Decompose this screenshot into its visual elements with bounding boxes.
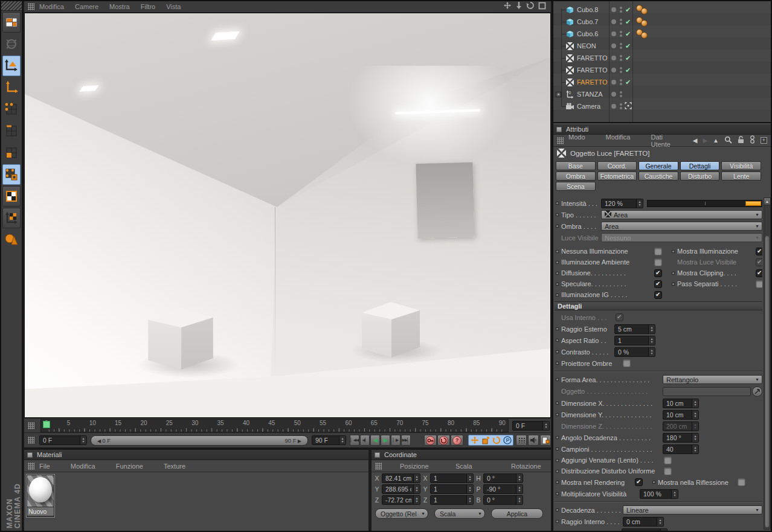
- history-forward-icon[interactable]: ▶: [703, 137, 707, 144]
- object-row[interactable]: Cubo.6: [553, 28, 772, 40]
- track-box[interactable]: [556, 327, 559, 330]
- timeline-playhead[interactable]: [43, 421, 50, 428]
- camera-target-icon[interactable]: [625, 101, 632, 112]
- mostra-riflessione-checkbox[interactable]: [738, 478, 745, 486]
- layer-dot[interactable]: [611, 80, 616, 85]
- track-box[interactable]: [556, 261, 559, 264]
- rotate-icon[interactable]: [526, 1, 535, 12]
- visibility-dots[interactable]: [620, 103, 622, 109]
- key-position-icon[interactable]: [469, 435, 480, 445]
- diffusione-checkbox[interactable]: [654, 269, 662, 277]
- search-icon[interactable]: [724, 135, 732, 146]
- track-box[interactable]: [556, 492, 559, 495]
- raggio-esterno-field[interactable]: 5 cm: [614, 324, 655, 334]
- position-z-field[interactable]: -72.72 cm: [382, 495, 420, 505]
- tab-visibilita[interactable]: Visibilità: [721, 161, 761, 170]
- end-frame-field[interactable]: 90 F: [312, 435, 346, 445]
- tab-dettagli[interactable]: Dettagli: [680, 161, 720, 170]
- position-y-field[interactable]: 288.695 cm: [382, 484, 420, 494]
- point-level-animation-icon[interactable]: [516, 435, 527, 446]
- tab-scena[interactable]: Scena: [556, 182, 596, 191]
- tab-fotometrica[interactable]: Fotometrica: [597, 171, 637, 181]
- track-box[interactable]: [672, 283, 675, 286]
- track-box[interactable]: [556, 520, 559, 523]
- tab-ombra[interactable]: Ombra: [556, 171, 596, 181]
- layer-dot[interactable]: [611, 56, 616, 60]
- expand-icon[interactable]: [556, 92, 561, 97]
- tab-generale[interactable]: Generale: [639, 161, 678, 170]
- viewport-menu-item[interactable]: Modifica: [39, 3, 64, 10]
- position-x-field[interactable]: 82.41 cm: [382, 473, 420, 483]
- viewport-menu-item[interactable]: Camere: [75, 3, 98, 10]
- layout-grid-icon[interactable]: [2, 12, 21, 33]
- layer-dot[interactable]: [611, 43, 616, 48]
- aggiungi-venature-checkbox[interactable]: [664, 457, 672, 464]
- contrasto-field[interactable]: 0 %: [614, 347, 655, 357]
- spinner-arrows-icon[interactable]: [657, 518, 663, 526]
- drag-grip-icon[interactable]: [375, 463, 382, 470]
- 3d-viewport[interactable]: [24, 13, 551, 418]
- rotation-b-field[interactable]: 0 °: [483, 495, 523, 505]
- intensity-field[interactable]: 120 %: [601, 199, 643, 208]
- track-box[interactable]: [556, 225, 559, 228]
- rotation-p-field[interactable]: -90 °: [483, 484, 523, 494]
- spinner-arrows-icon[interactable]: [516, 485, 523, 493]
- aspect-ratio-field[interactable]: 1: [614, 336, 655, 345]
- spinner-arrows-icon[interactable]: [542, 421, 549, 430]
- zoom-icon[interactable]: [515, 1, 523, 12]
- spinner-arrows-icon[interactable]: [648, 348, 655, 356]
- distribuzione-disturbo-checkbox[interactable]: [664, 467, 672, 475]
- track-box[interactable]: [556, 283, 559, 286]
- spinner-arrows-icon[interactable]: [516, 474, 523, 482]
- spinner-arrows-icon[interactable]: [660, 529, 667, 531]
- autokey-button[interactable]: [437, 435, 450, 446]
- illuminazione-ig-checkbox[interactable]: [654, 291, 662, 299]
- mostra-illuminazione-checkbox[interactable]: [756, 248, 762, 255]
- moltiplicatore-visibilita-field[interactable]: 100 %: [640, 489, 678, 499]
- link-circles-icon[interactable]: [750, 135, 755, 146]
- spinner-arrows-icon[interactable]: [466, 496, 473, 504]
- materials-menu-item[interactable]: File: [39, 463, 50, 470]
- intensity-slider[interactable]: [647, 200, 762, 207]
- decadenza-dropdown[interactable]: Lineare: [623, 505, 762, 514]
- drag-grip-icon[interactable]: [28, 463, 34, 470]
- campioni-field[interactable]: 40: [663, 444, 699, 454]
- spinner-arrows-icon[interactable]: [413, 474, 420, 482]
- layer-dot[interactable]: [611, 68, 616, 72]
- spinner-arrows-icon[interactable]: [692, 445, 698, 453]
- attributes-menu-item[interactable]: Dati Utente: [651, 133, 683, 148]
- nessuna-illuminazione-checkbox[interactable]: [654, 248, 662, 255]
- visibility-dots[interactable]: [620, 31, 622, 37]
- record-keyframe-button[interactable]: [424, 435, 437, 446]
- object-picker-icon[interactable]: [752, 386, 762, 397]
- mostra-clipping-checkbox[interactable]: [756, 269, 762, 277]
- drag-grip-icon[interactable]: [557, 137, 564, 144]
- layer-dot[interactable]: [611, 31, 616, 36]
- go-to-end-button[interactable]: [401, 435, 411, 446]
- dimensione-y-field[interactable]: 10 cm: [663, 410, 699, 420]
- drag-grip-icon[interactable]: [28, 3, 34, 10]
- keyframe-options-button[interactable]: ?: [451, 435, 463, 446]
- scrollbar-thumb[interactable]: [765, 236, 770, 528]
- tab-base[interactable]: Base: [556, 161, 596, 170]
- scale-z-field[interactable]: 1: [430, 495, 474, 505]
- visibility-dots[interactable]: [620, 19, 622, 25]
- pass-separati-checkbox[interactable]: [756, 280, 762, 288]
- current-frame-field[interactable]: 0 F: [39, 435, 87, 445]
- spinner-arrows-icon[interactable]: [516, 496, 523, 504]
- track-box[interactable]: [556, 202, 559, 205]
- track-box[interactable]: [556, 213, 559, 216]
- edges-mode-icon[interactable]: [2, 121, 21, 141]
- forma-area-dropdown[interactable]: Rettangolo: [663, 375, 762, 384]
- document-options-icon[interactable]: [540, 435, 551, 446]
- scroll-up-icon[interactable]: [764, 198, 770, 205]
- object-row[interactable]: NEON: [553, 40, 772, 52]
- visibility-dots[interactable]: [620, 43, 622, 49]
- track-box[interactable]: [556, 272, 559, 275]
- spinner-arrows-icon[interactable]: [466, 485, 473, 493]
- track-box[interactable]: [556, 459, 559, 462]
- track-box[interactable]: [556, 378, 559, 381]
- go-to-start-button[interactable]: [350, 435, 359, 446]
- object-row-selected[interactable]: FARETTO: [553, 76, 772, 88]
- track-box[interactable]: [556, 413, 559, 416]
